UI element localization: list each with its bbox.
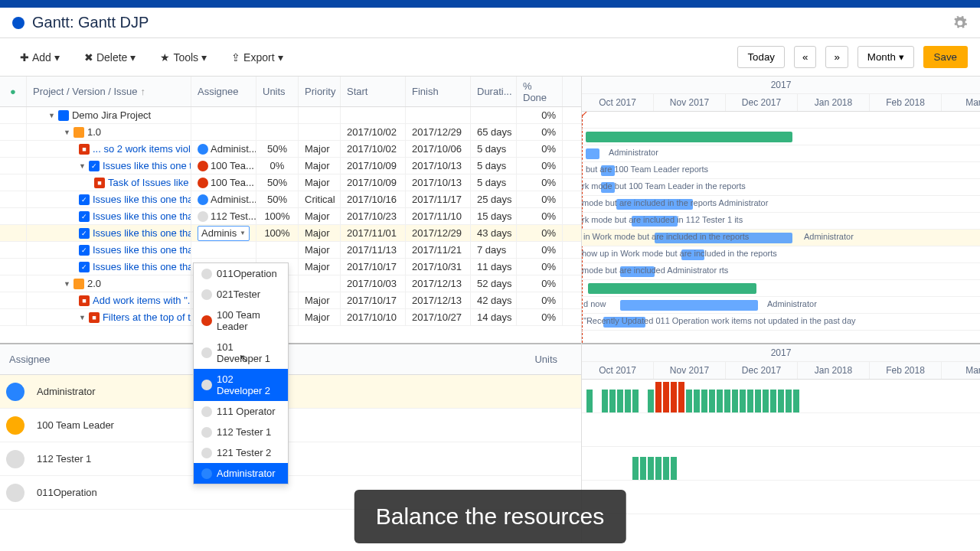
- grid-header: ● Project / Version / Issue ↑ Assignee U…: [0, 77, 581, 107]
- table-row[interactable]: ■Task of Issues like t...100 Tea...50%Ma…: [0, 174, 581, 191]
- col-assignee[interactable]: Assignee: [191, 77, 256, 106]
- dropdown-item[interactable]: 121 Tester 2: [194, 442, 288, 463]
- next-button[interactable]: »: [825, 46, 848, 68]
- table-row[interactable]: ■... so 2 work items viol...Administ...5…: [0, 141, 581, 158]
- gantt-bar[interactable]: [586, 132, 792, 142]
- utilization-row: [582, 413, 980, 447]
- timeline-month: Oct 2017: [582, 362, 654, 379]
- dropdown-item[interactable]: Administrator: [194, 463, 288, 484]
- dropdown-item[interactable]: 021Tester: [194, 284, 288, 305]
- utilization-row: [582, 380, 980, 413]
- table-row[interactable]: ▼✓Issues like this one tha...100 Tea...0…: [0, 158, 581, 174]
- dropdown-item[interactable]: 102 Developer 2: [194, 369, 288, 401]
- bar-label: mode but are included Administrator rts: [582, 266, 728, 275]
- timeline-header: 2017 Oct 2017Nov 2017Dec 2017Jan 2018Feb…: [582, 77, 980, 112]
- timeline-month: Jan 2018: [798, 94, 870, 111]
- gantt-row[interactable]: [582, 129, 980, 145]
- gantt-row[interactable]: rk mode but are included in 112 Tester 1…: [582, 213, 980, 230]
- gantt-row[interactable]: mode but are included in the reports Adm…: [582, 196, 980, 213]
- tools-button[interactable]: ★ Tools ▾: [152, 47, 214, 68]
- table-row[interactable]: ▼1.02017/10/022017/12/2965 days0%: [0, 124, 581, 141]
- gantt-row[interactable]: d nowAdministrator: [582, 297, 980, 314]
- gantt-row[interactable]: rk mode but 100 Team Leader in the repor…: [582, 179, 980, 196]
- timeline-month: Feb 2018: [870, 94, 942, 111]
- table-row[interactable]: ■Add work items with "...Major2017/10/17…: [0, 292, 581, 309]
- col-units-lower[interactable]: Units: [490, 354, 567, 365]
- assignee-dropdown[interactable]: 011Operation021Tester100 Team Leader101 …: [193, 262, 289, 484]
- col-done[interactable]: % Done: [517, 77, 563, 106]
- bar-label: mode but are included in the reports Adm…: [582, 198, 768, 207]
- gantt-bar[interactable]: [588, 283, 756, 294]
- gear-icon[interactable]: [952, 15, 968, 31]
- gantt-row[interactable]: [582, 280, 980, 297]
- gantt-row[interactable]: how up in Work mode but are included in …: [582, 246, 980, 263]
- gantt-row[interactable]: "Recently Updated 011 Operation work ite…: [582, 314, 980, 331]
- timeline-month: Oct 2017: [582, 94, 654, 111]
- resource-row[interactable]: 112 Tester 1: [0, 442, 581, 476]
- timeline-year: 2017: [582, 344, 980, 362]
- gantt-bar[interactable]: [586, 148, 599, 159]
- timeline-month: Jan 2018: [798, 362, 870, 379]
- bar-label: but are 100 Team Leader reports: [586, 165, 708, 174]
- utilization-row: [582, 481, 980, 514]
- resource-header: Assignee Units: [0, 344, 581, 375]
- table-row[interactable]: ✓Issues like this one tha...Major2017/10…: [0, 259, 581, 276]
- col-start[interactable]: Start: [341, 77, 406, 106]
- bar-label: d now: [583, 299, 606, 308]
- timeline-month: Dec 2017: [726, 94, 798, 111]
- gantt-icon: [12, 17, 24, 29]
- col-finish[interactable]: Finish: [406, 77, 471, 106]
- col-priority[interactable]: Priority: [299, 77, 341, 106]
- timeline-month: Mar 2: [942, 362, 980, 379]
- table-row[interactable]: ▼2.02017/10/032017/12/1352 days0%: [0, 276, 581, 292]
- timeline-year: 2017: [582, 77, 980, 94]
- export-button[interactable]: ⇪ Export ▾: [224, 47, 290, 68]
- bar-label: "Recently Updated 011 Operation work ite…: [583, 316, 856, 325]
- dropdown-item[interactable]: 011Operation: [194, 263, 288, 284]
- dropdown-item[interactable]: 100 Team Leader: [194, 305, 288, 337]
- table-row[interactable]: ✓Issues like this one tha...Administ...5…: [0, 191, 581, 208]
- gantt-row[interactable]: mode but are included Administrator rts: [582, 263, 980, 280]
- gantt-row[interactable]: Administrator: [582, 145, 980, 162]
- prev-button[interactable]: «: [794, 46, 816, 68]
- col-units[interactable]: Units: [256, 77, 299, 106]
- gantt-row[interactable]: [582, 112, 980, 129]
- bar-label: rk mode but are included in 112 Tester 1…: [582, 215, 743, 224]
- col-duration[interactable]: Durati...: [471, 77, 517, 106]
- add-button[interactable]: ✚ Add ▾: [12, 47, 67, 68]
- page-header: Gantt: Gantt DJP: [0, 8, 980, 38]
- timeline-month: Nov 2017: [654, 94, 726, 111]
- dropdown-item[interactable]: 111 Operator: [194, 401, 288, 422]
- bar-label: how up in Work mode but are included in …: [582, 249, 777, 258]
- timeline-month: Dec 2017: [726, 362, 798, 379]
- utilization-row: [582, 447, 980, 481]
- table-row[interactable]: ✓Issues like this one tha...Adminis▼100%…: [0, 225, 581, 242]
- timeline-month: Mar 2: [942, 94, 980, 111]
- timeline-month: Feb 2018: [870, 362, 942, 379]
- util-header: 2017 Oct 2017Nov 2017Dec 2017Jan 2018Feb…: [582, 344, 980, 380]
- assignee-input[interactable]: Adminis▼: [198, 226, 250, 241]
- toolbar: ✚ Add ▾ ✖ Delete ▾ ★ Tools ▾ ⇪ Export ▾ …: [0, 38, 980, 77]
- table-row[interactable]: ▼Demo Jira Project0%: [0, 107, 581, 124]
- gantt-row[interactable]: but are 100 Team Leader reports: [582, 162, 980, 179]
- timeline-month: Nov 2017: [654, 362, 726, 379]
- dropdown-item[interactable]: 101 Developer 1: [194, 337, 288, 369]
- save-button[interactable]: Save: [923, 46, 968, 68]
- bar-label: Administrator: [609, 148, 658, 157]
- table-row[interactable]: ✓Issues like this one tha...112 Test...1…: [0, 208, 581, 225]
- status-indicator-col: ●: [0, 77, 27, 106]
- bar-label: rk mode but 100 Team Leader in the repor…: [582, 181, 746, 191]
- resource-row[interactable]: Administrator: [0, 375, 581, 409]
- view-select[interactable]: Month ▾: [858, 46, 914, 68]
- today-button[interactable]: Today: [737, 46, 785, 68]
- resource-row[interactable]: 100 Team Leader: [0, 409, 581, 442]
- bar-label: in Work mode but are included in the rep…: [583, 232, 749, 241]
- table-row[interactable]: ▼■Filters at the top of the...Major2017/…: [0, 309, 581, 326]
- caption-tooltip: Balance the resources: [354, 490, 626, 543]
- dropdown-item[interactable]: 112 Tester 1: [194, 422, 288, 442]
- gantt-row[interactable]: in Work mode but are included in the rep…: [582, 230, 980, 246]
- col-name[interactable]: Project / Version / Issue ↑: [27, 77, 191, 106]
- gantt-bar[interactable]: [620, 300, 758, 311]
- table-row[interactable]: ✓Issues like this one tha...Major2017/11…: [0, 242, 581, 259]
- delete-button[interactable]: ✖ Delete ▾: [77, 47, 143, 68]
